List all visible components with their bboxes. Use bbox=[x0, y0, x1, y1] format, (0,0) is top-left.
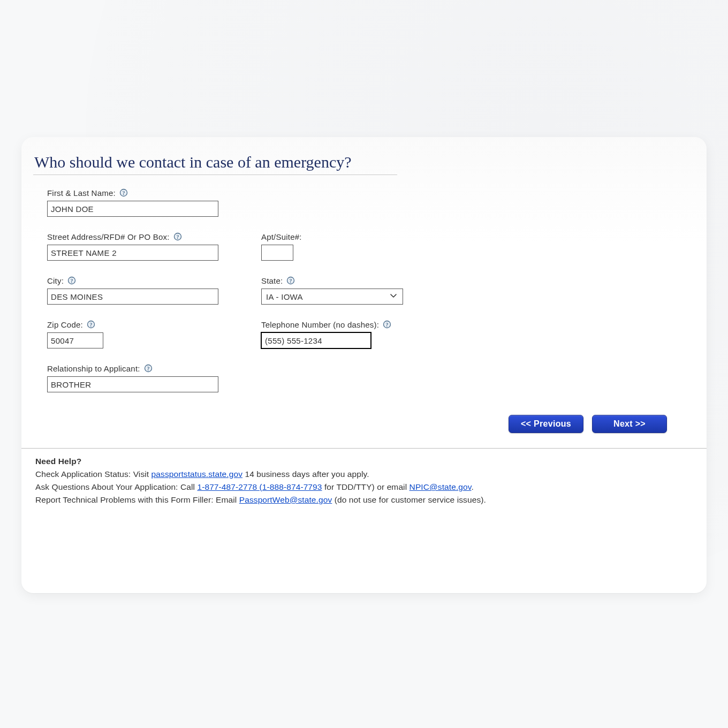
svg-text:?: ? bbox=[122, 190, 125, 196]
help-icon[interactable]: ? bbox=[173, 232, 183, 241]
svg-text:?: ? bbox=[176, 234, 179, 240]
help-icon[interactable]: ? bbox=[119, 188, 128, 198]
help-icon[interactable]: ? bbox=[67, 276, 77, 285]
help-ask-suffix: . bbox=[472, 482, 474, 491]
help-icon[interactable]: ? bbox=[86, 320, 96, 329]
help-icon[interactable]: ? bbox=[143, 363, 153, 373]
tech-email-link[interactable]: PassportWeb@state.gov bbox=[239, 495, 332, 504]
page-title: Who should we contact in case of an emer… bbox=[33, 153, 695, 171]
phone-label-line: Telephone Number (no dashes): ? bbox=[261, 320, 392, 329]
ask-email-link[interactable]: NPIC@state.gov bbox=[410, 482, 472, 491]
svg-text:?: ? bbox=[290, 278, 292, 284]
form-card: Who should we contact in case of an emer… bbox=[21, 137, 707, 593]
apt-input[interactable] bbox=[261, 245, 293, 261]
chevron-down-icon bbox=[390, 292, 397, 301]
street-label: Street Address/RFD# Or PO Box: bbox=[47, 232, 170, 241]
relationship-input[interactable] bbox=[47, 376, 218, 392]
help-icon[interactable]: ? bbox=[286, 276, 295, 285]
relationship-label-line: Relationship to Applicant: ? bbox=[47, 363, 261, 373]
help-tech-suffix: (do not use for customer service issues)… bbox=[332, 495, 486, 504]
svg-text:?: ? bbox=[385, 322, 388, 328]
state-label: State: bbox=[261, 276, 283, 285]
nav-buttons: << Previous Next >> bbox=[33, 415, 695, 433]
previous-button[interactable]: << Previous bbox=[509, 415, 583, 433]
help-status-prefix: Check Application Status: Visit bbox=[35, 469, 151, 479]
name-label: First & Last Name: bbox=[47, 188, 116, 198]
phone-label: Telephone Number (no dashes): bbox=[261, 320, 379, 329]
ask-phone-link[interactable]: 1-877-487-2778 (1-888-874-7793 bbox=[197, 482, 322, 491]
city-input[interactable] bbox=[47, 289, 218, 305]
state-select[interactable]: IA - IOWA bbox=[261, 289, 403, 305]
next-button[interactable]: Next >> bbox=[592, 415, 667, 433]
title-underline bbox=[33, 175, 397, 175]
phone-input[interactable] bbox=[261, 332, 371, 348]
help-block: Need Help? Check Application Status: Vis… bbox=[33, 449, 695, 506]
street-input[interactable] bbox=[47, 245, 218, 261]
zip-label: Zip Code: bbox=[47, 320, 83, 329]
relationship-label: Relationship to Applicant: bbox=[47, 364, 140, 373]
help-ask-mid: for TDD/TTY) or email bbox=[322, 482, 410, 491]
help-tech-prefix: Report Technical Problems with this Form… bbox=[35, 495, 239, 504]
zip-input[interactable] bbox=[47, 332, 103, 348]
street-label-line: Street Address/RFD# Or PO Box: ? bbox=[47, 232, 261, 241]
name-label-line: First & Last Name: ? bbox=[47, 188, 261, 198]
city-label: City: bbox=[47, 276, 64, 285]
help-heading: Need Help? bbox=[35, 457, 81, 466]
city-label-line: City: ? bbox=[47, 276, 261, 285]
help-icon[interactable]: ? bbox=[382, 320, 392, 329]
svg-text:?: ? bbox=[147, 366, 149, 371]
passport-status-link[interactable]: passportstatus.state.gov bbox=[151, 469, 242, 479]
apt-label-line: Apt/Suite#: bbox=[261, 232, 302, 241]
svg-text:?: ? bbox=[70, 278, 73, 284]
form-area: First & Last Name: ? Street Address/RFD#… bbox=[33, 188, 695, 392]
apt-label: Apt/Suite#: bbox=[261, 232, 302, 241]
help-ask-prefix: Ask Questions About Your Application: Ca… bbox=[35, 482, 197, 491]
state-value: IA - IOWA bbox=[266, 292, 303, 301]
svg-text:?: ? bbox=[89, 322, 92, 328]
name-input[interactable] bbox=[47, 201, 218, 217]
state-label-line: State: ? bbox=[261, 276, 403, 285]
zip-label-line: Zip Code: ? bbox=[47, 320, 261, 329]
help-status-suffix: 14 business days after you apply. bbox=[242, 469, 369, 479]
